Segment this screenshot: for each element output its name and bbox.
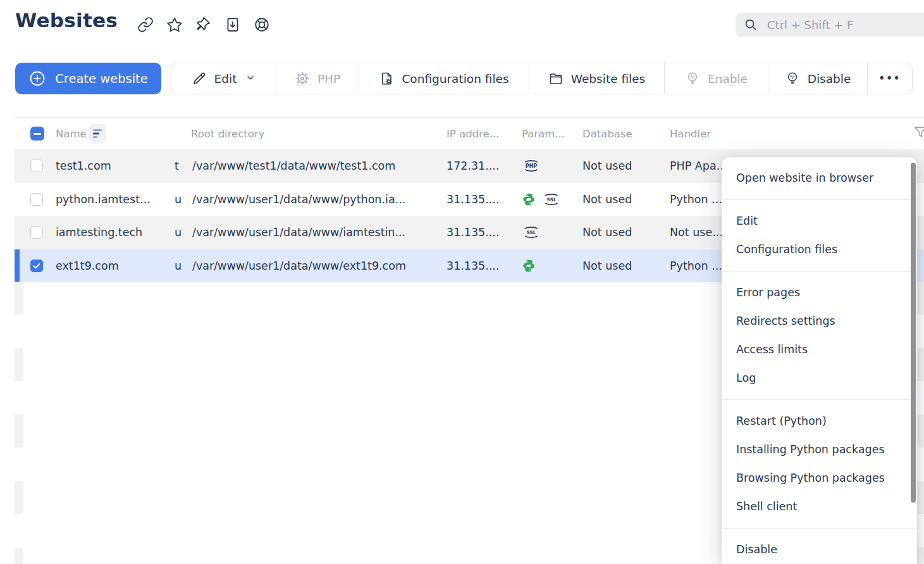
database-status: Not used <box>582 260 632 272</box>
svg-text:PHP: PHP <box>526 163 538 169</box>
link-icon[interactable] <box>137 16 154 33</box>
search-box <box>736 13 924 37</box>
empty-row-stripes-right <box>916 282 924 564</box>
export-icon[interactable] <box>224 16 241 33</box>
menu-item-configuration-files[interactable]: Configuration files <box>722 235 917 264</box>
row-checkbox[interactable] <box>30 260 43 272</box>
toolbar: EditPHPConfiguration filesWebsite filesE… <box>171 63 913 94</box>
website-user-truncated: u <box>175 226 183 239</box>
menu-item-browsing-python-packages[interactable]: Browsing Python packages <box>722 464 917 492</box>
row-checkbox-cell <box>30 160 43 172</box>
toolbar-button-label: Website files <box>571 72 645 85</box>
column-header-params: Param... <box>522 128 565 140</box>
root-directory: /var/www/user1/data/www/ext1t9.com <box>192 260 406 272</box>
table-header: Name Root directory IP addre... Param...… <box>15 117 924 149</box>
row-checkbox[interactable] <box>30 193 43 206</box>
website-name: test1.com <box>56 160 111 172</box>
websites-page: { "header": { "title": "Websites", "sear… <box>0 0 924 564</box>
column-header-root: Root directory <box>191 128 264 140</box>
create-website-button[interactable]: Create website <box>15 63 161 94</box>
star-icon[interactable] <box>166 16 183 33</box>
toolbar-button-label: Edit <box>214 72 237 85</box>
database-status: Not used <box>582 226 632 239</box>
website-user-truncated: u <box>175 260 183 272</box>
toolbar-button-label: Enable <box>708 72 748 85</box>
param-icons <box>522 259 536 273</box>
column-header-name: Name <box>56 128 87 140</box>
menu-item-installing-python-packages[interactable]: Installing Python packages <box>722 436 917 464</box>
file-gear-icon <box>379 71 394 86</box>
toolbar-disable-button[interactable]: Disable <box>768 63 867 94</box>
ssl-icon: SSL <box>522 224 541 241</box>
row-checkbox[interactable] <box>30 226 43 239</box>
toolbar-configuration-files-button[interactable]: Configuration files <box>359 63 529 94</box>
root-directory: /var/www/test1/data/www/test1.com <box>192 160 395 172</box>
search-input[interactable] <box>766 18 914 32</box>
help-icon[interactable] <box>253 16 270 33</box>
menu-item-disable[interactable]: Disable <box>722 536 917 564</box>
row-checkbox-cell <box>30 226 43 239</box>
ip-address: 31.135.... <box>447 193 499 206</box>
root-directory: /var/www/user1/data/www/iamtestin... <box>192 226 405 239</box>
website-name: python.iamtest... <box>56 193 151 206</box>
php-icon: PHP <box>522 158 541 174</box>
bulb-icon <box>685 71 700 86</box>
toolbar-enable-button: Enable <box>664 63 768 94</box>
toolbar-edit-button[interactable]: Edit <box>171 63 276 94</box>
menu-item-log[interactable]: Log <box>722 364 917 392</box>
folder-icon <box>548 71 564 86</box>
menu-group: Error pagesRedirects settingsAccess limi… <box>722 271 917 399</box>
menu-scrollbar[interactable] <box>911 163 916 503</box>
search-icon <box>744 18 758 32</box>
svg-text:SSL: SSL <box>546 196 556 202</box>
python-icon <box>522 259 536 273</box>
toolbar-more-button[interactable]: ••• <box>867 63 912 94</box>
plus-circle-icon <box>28 70 46 87</box>
menu-item-access-limits[interactable]: Access limits <box>722 335 917 364</box>
handler: Python ... <box>670 193 722 206</box>
menu-item-open-website-in-browser[interactable]: Open website in browser <box>722 164 917 192</box>
toolbar-website-files-button[interactable]: Website files <box>529 63 664 94</box>
ip-address: 172.31.... <box>447 160 499 172</box>
handler: PHP Apa... <box>670 160 727 172</box>
toolbar-php-button: PHP <box>276 63 359 94</box>
menu-item-redirects-settings[interactable]: Redirects settings <box>722 307 917 335</box>
ip-address: 31.135.... <box>447 226 499 239</box>
toolbar-button-label: Disable <box>808 72 851 85</box>
toolbar-button-label: PHP <box>317 72 340 85</box>
title-action-icons <box>137 16 270 33</box>
website-name: ext1t9.com <box>56 260 119 272</box>
row-checkbox[interactable] <box>30 160 43 172</box>
column-header-database: Database <box>582 128 632 140</box>
pen-icon <box>192 71 207 86</box>
toolbar-button-label: Configuration files <box>402 72 508 85</box>
page-title: Websites <box>15 9 118 32</box>
ssl-icon: SSL <box>542 191 561 208</box>
column-header-handler: Handler <box>670 128 711 140</box>
gear-icon <box>295 71 310 86</box>
sort-icon[interactable] <box>89 124 106 144</box>
svg-text:SSL: SSL <box>526 230 536 235</box>
select-all-checkbox[interactable] <box>30 127 44 141</box>
handler: Not use... <box>670 226 723 239</box>
pin-icon[interactable] <box>195 16 212 33</box>
menu-item-edit[interactable]: Edit <box>722 207 917 235</box>
menu-group: Disable <box>722 528 917 564</box>
row-checkbox-cell <box>30 260 43 272</box>
database-status: Not used <box>582 160 632 172</box>
column-header-ip: IP addre... <box>447 128 499 140</box>
bulb-icon <box>785 71 800 86</box>
website-name: iamtesting.tech <box>56 226 142 239</box>
menu-item-error-pages[interactable]: Error pages <box>722 279 917 307</box>
website-user-truncated: t <box>175 160 183 172</box>
menu-group: Restart (Python)Installing Python packag… <box>722 399 917 528</box>
menu-item-restart-python[interactable]: Restart (Python) <box>722 407 917 436</box>
param-icons: SSL <box>522 224 541 241</box>
row-checkbox-cell <box>30 193 43 206</box>
create-website-label: Create website <box>55 72 148 86</box>
menu-item-shell-client[interactable]: Shell client <box>722 492 917 521</box>
param-icons: PHP <box>522 158 541 174</box>
handler: Python ... <box>670 260 722 272</box>
context-menu: Open website in browserEditConfiguration… <box>722 157 917 564</box>
filter-funnel-icon[interactable] <box>913 125 924 142</box>
